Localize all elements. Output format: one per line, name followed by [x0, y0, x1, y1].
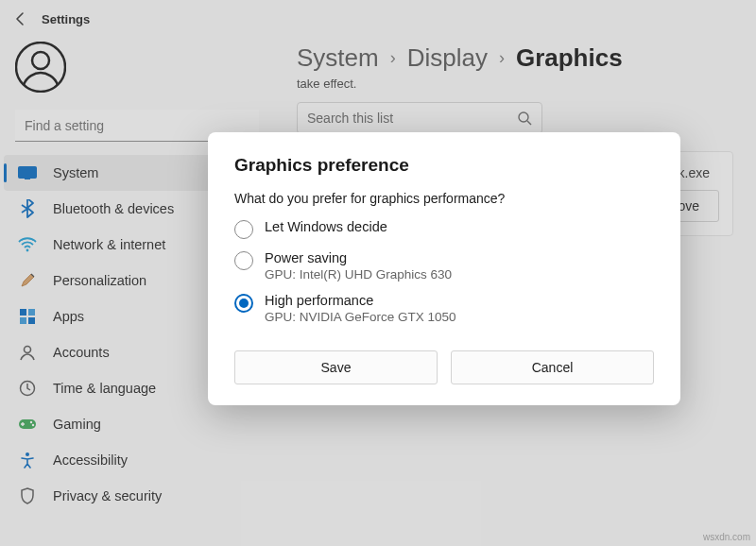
option-sublabel: GPU: Intel(R) UHD Graphics 630	[265, 267, 452, 282]
option-label: Let Windows decide	[265, 219, 387, 234]
option-power-saving[interactable]: Power saving GPU: Intel(R) UHD Graphics …	[234, 250, 654, 282]
radio-icon	[234, 251, 253, 270]
save-button[interactable]: Save	[234, 350, 438, 384]
option-high-performance[interactable]: High performance GPU: NVIDIA GeForce GTX…	[234, 293, 654, 324]
graphics-preference-dialog: Graphics preference What do you prefer f…	[208, 132, 680, 405]
radio-icon	[234, 294, 253, 313]
dialog-title: Graphics preference	[234, 155, 654, 176]
radio-icon	[234, 220, 253, 239]
option-sublabel: GPU: NVIDIA GeForce GTX 1050	[265, 310, 456, 324]
cancel-button[interactable]: Cancel	[451, 350, 654, 384]
option-label: High performance	[265, 293, 456, 308]
option-let-windows-decide[interactable]: Let Windows decide	[234, 219, 654, 239]
dialog-question: What do you prefer for graphics performa…	[234, 191, 654, 206]
option-label: Power saving	[265, 250, 452, 265]
watermark-text: wsxdn.com	[703, 532, 750, 542]
